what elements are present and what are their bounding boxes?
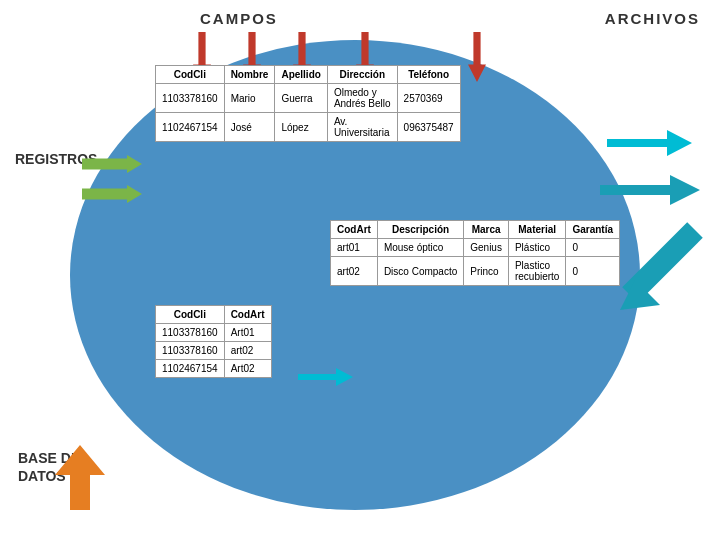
art-col-garantia: Garantía (566, 221, 620, 239)
svg-marker-1 (600, 175, 700, 205)
archivos-title: ARCHIVOS (605, 10, 700, 27)
arrow-cyan-join-to-art (298, 368, 353, 386)
table-row: 1102467154 José López Av.Universitaria 0… (156, 113, 461, 142)
arrow-cyan-right-1 (607, 130, 692, 156)
table-row: 1103378160 art02 (156, 342, 272, 360)
arrow-up-orange (55, 445, 105, 510)
page-container: CAMPOS ARCHIVOS REGISTROS BASE DEDATOS C… (0, 0, 720, 540)
col-apellido: Apellido (275, 66, 327, 84)
campos-title: CAMPOS (200, 10, 278, 27)
svg-marker-0 (607, 130, 692, 156)
join-col-codart: CodArt (224, 306, 271, 324)
col-telefono: Teléfono (397, 66, 460, 84)
art-col-codart: CodArt (331, 221, 378, 239)
join-col-codcli: CodCli (156, 306, 225, 324)
svg-marker-3 (55, 445, 105, 510)
table-row: 1103378160 Art01 (156, 324, 272, 342)
col-nombre: Nombre (224, 66, 275, 84)
join-table: CodCli CodArt 1103378160 Art01 110337816… (155, 305, 272, 378)
col-direccion: Dirección (327, 66, 397, 84)
arrow-diagonal-teal (615, 220, 705, 310)
table-row: art02 Disco Compacto Princo Plasticorecu… (331, 257, 620, 286)
articles-table: CodArt Descripción Marca Material Garant… (330, 220, 620, 286)
art-col-marca: Marca (464, 221, 509, 239)
arrow-cyan-right-2 (600, 175, 700, 205)
art-col-material: Material (508, 221, 565, 239)
col-codcli: CodCli (156, 66, 225, 84)
table-row: art01 Mouse óptico Genius Plástico 0 (331, 239, 620, 257)
table-row: 1103378160 Mario Guerra Olmedo yAndrés B… (156, 84, 461, 113)
clients-table: CodCli Nombre Apellido Dirección Teléfon… (155, 65, 461, 142)
art-col-descripcion: Descripción (377, 221, 463, 239)
svg-marker-2 (298, 368, 353, 386)
table-row: 1102467154 Art02 (156, 360, 272, 378)
